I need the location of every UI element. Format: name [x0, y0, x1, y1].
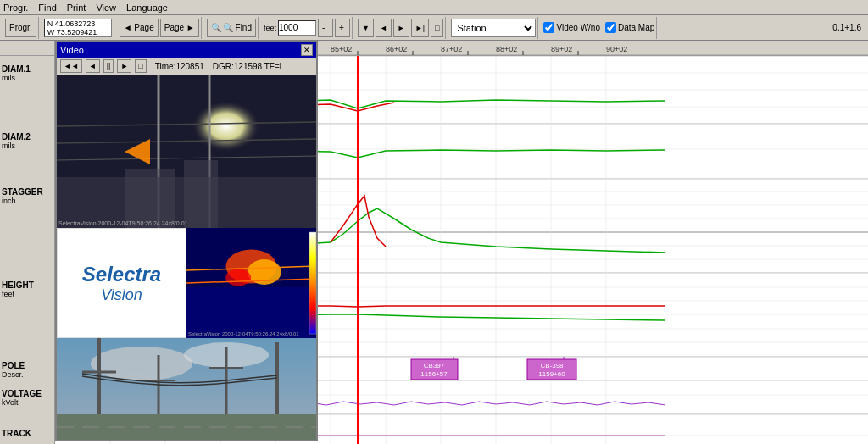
video-close-button[interactable]: ✕ [301, 44, 313, 56]
menu-print[interactable]: Print [67, 3, 86, 13]
video-title: Video [60, 45, 84, 55]
ruler-placeholder [0, 41, 54, 56]
svg-rect-115 [309, 232, 316, 334]
svg-rect-107 [184, 160, 218, 228]
video-panel: Video ✕ ◄◄ ◄ || ► □ Time:120851 DGR:1215… [55, 41, 318, 441]
zoom-unit-label: feet [264, 24, 276, 32]
logo-line2: Vision [82, 286, 161, 304]
diam1-label: DIAM.1 mils [2, 64, 31, 82]
video-frame-bottom [57, 338, 316, 440]
menu-progr[interactable]: Progr. [3, 3, 28, 13]
main-area: DIAM.1 mils DIAM.2 mils STAGGER inch HEI… [0, 41, 868, 444]
svg-text:90+02: 90+02 [606, 45, 627, 53]
diam2-label: DIAM.2 mils [2, 132, 31, 150]
video-dgr: DGR:121598 TF=l [213, 62, 281, 71]
video-timestamp-top: SelectraVision 2000-12-04T9:50:26.24 24x… [58, 220, 187, 226]
scale-value: 0.1+1.6 [832, 23, 861, 32]
video-pause-button[interactable]: || [103, 59, 114, 73]
svg-text:86+02: 86+02 [386, 45, 407, 53]
stagger-label: STAGGER inch [2, 187, 43, 205]
latitude: N 41.0632723 [47, 19, 108, 28]
zoom-in-button[interactable]: + [335, 19, 350, 37]
svg-text:1156+57: 1156+57 [420, 370, 448, 378]
station-select[interactable]: Station [451, 19, 536, 37]
svg-text:88+02: 88+02 [496, 45, 517, 53]
svg-point-117 [91, 347, 192, 380]
svg-point-111 [225, 269, 251, 286]
video-checkbox-group: Video W/no [543, 22, 600, 33]
nav-right-button[interactable]: ► [393, 19, 409, 37]
video-content: SelectraVision 2000-12-04T9:50:26.24 24x… [57, 75, 316, 440]
menu-language[interactable]: Language [126, 3, 168, 13]
station-section: Station [449, 17, 538, 39]
filter-button[interactable]: ▼ [358, 19, 374, 37]
nav-play-button[interactable]: ►| [411, 19, 429, 37]
longitude: W 73.5209421 [47, 28, 108, 36]
video-play-button[interactable]: ► [117, 59, 131, 73]
menu-find[interactable]: Find [38, 3, 56, 13]
svg-text:87+02: 87+02 [441, 45, 462, 53]
selectra-logo: Selectra Vision [82, 263, 161, 304]
find-section: 🔍 🔍 Find [205, 17, 259, 39]
progr-section: Progr. [3, 17, 39, 39]
progr-button[interactable]: Progr. [5, 19, 36, 37]
svg-text:89+02: 89+02 [551, 45, 572, 53]
svg-rect-112 [186, 287, 316, 338]
video-time: Time:120851 [155, 62, 204, 71]
svg-text:CB-398: CB-398 [540, 362, 564, 369]
thermal-section: SelectraVision 2000-12-04T9:50:26.24 24x… [186, 228, 316, 338]
height-label: HEIGHT feet [2, 280, 34, 298]
video-map-section: Video W/no Data Map [542, 17, 657, 39]
find-button[interactable]: 🔍 🔍 Find [207, 19, 256, 37]
voltage-label: VOLTAGE kVolt [2, 389, 42, 407]
scale-display: 0.1+1.6 [832, 23, 865, 32]
menu-view[interactable]: View [96, 3, 116, 13]
zoom-input[interactable] [278, 20, 316, 36]
coordinates-display: N 41.0632723 W 73.5209421 [44, 19, 112, 37]
video-label: Video W/no [556, 23, 600, 32]
zoom-out-button[interactable]: - [318, 19, 333, 37]
chart-area: 80+02 81+02 82+02 83+02 84+02 85+02 86+0… [55, 41, 868, 444]
video-checkbox[interactable] [543, 22, 554, 33]
filter-section: ▼ ◄ ► ►| □ [356, 17, 446, 39]
nav-screen-button[interactable]: □ [431, 19, 443, 37]
video-titlebar: Video ✕ [57, 42, 316, 58]
left-labels-panel: DIAM.1 mils DIAM.2 mils STAGGER inch HEI… [0, 41, 55, 444]
svg-text:1159+60: 1159+60 [538, 370, 565, 378]
video-rewind-button[interactable]: ◄◄ [60, 59, 82, 73]
logo-section: Selectra Vision [57, 228, 186, 338]
page-fwd-button[interactable]: Page ► [160, 19, 199, 37]
data-map-checkbox-group: Data Map [605, 22, 654, 33]
binoculars-icon: 🔍 [211, 23, 221, 32]
video-play-back-button[interactable]: ◄ [86, 59, 100, 73]
zoom-section: feet - + [262, 17, 353, 39]
svg-text:CB397: CB397 [424, 362, 445, 369]
pole-label: POLE Descr. [2, 361, 25, 379]
logo-line1: Selectra [82, 263, 161, 286]
video-stop-button[interactable]: □ [135, 59, 146, 73]
coord-section: N 41.0632723 W 73.5209421 [42, 17, 114, 39]
thermal-timestamp: SelectraVision 2000-12-04T9:50:26.24 24x… [188, 331, 299, 336]
video-toolbar: ◄◄ ◄ || ► □ Time:120851 DGR:121598 TF=l [57, 58, 316, 75]
page-nav-section: ◄ Page Page ► [118, 17, 202, 39]
page-back-button[interactable]: ◄ Page [120, 19, 159, 37]
track-label: TRACK [2, 429, 31, 438]
video-frame-top: SelectraVision 2000-12-04T9:50:26.24 24x… [57, 75, 316, 228]
data-map-checkbox[interactable] [605, 22, 616, 33]
nav-left-button[interactable]: ◄ [376, 19, 392, 37]
video-frame-middle: Selectra Vision [57, 228, 316, 338]
svg-text:85+02: 85+02 [331, 45, 352, 53]
toolbar: Progr. N 41.0632723 W 73.5209421 ◄ Page … [0, 15, 868, 41]
data-map-label: Data Map [618, 23, 654, 32]
menu-bar: Progr. Find Print View Language [0, 0, 868, 15]
svg-rect-106 [125, 169, 175, 228]
